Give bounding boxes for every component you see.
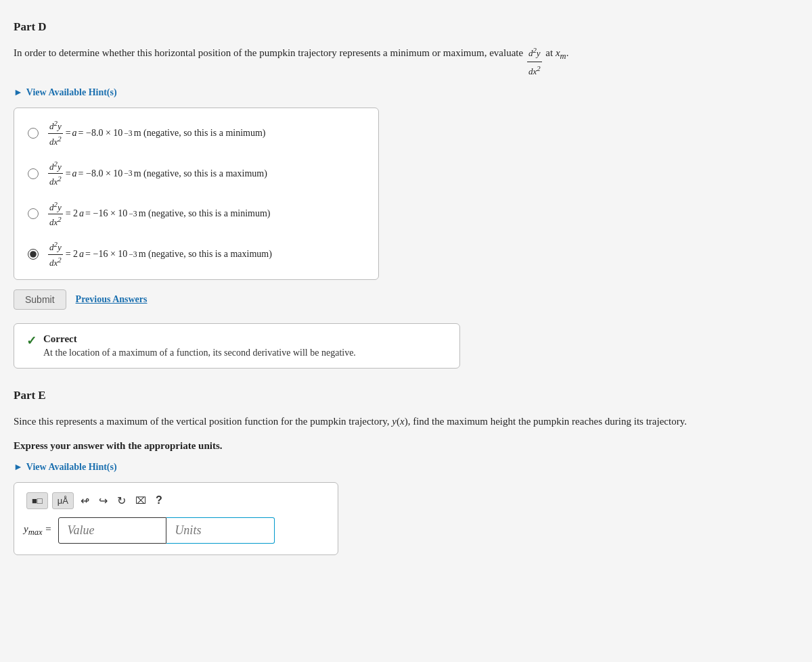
correct-description: At the location of a maximum of a functi… <box>43 348 356 358</box>
option-1-radio[interactable] <box>28 128 39 139</box>
ymax-label: ymax = <box>24 523 51 538</box>
help-button[interactable]: ? <box>153 493 165 508</box>
option-3-radio[interactable] <box>28 208 39 219</box>
keyboard-button[interactable]: ⌧ <box>133 494 149 507</box>
part-d-hint-link[interactable]: ► View Available Hint(s) <box>14 87 798 98</box>
format-button[interactable]: ■□ <box>26 492 48 509</box>
part-e-hint-link[interactable]: ► View Available Hint(s) <box>14 462 798 473</box>
option-2: d2y dx2 = a = −8.0 × 10−3 m (negative, s… <box>28 160 365 188</box>
correct-feedback-box: ✓ Correct At the location of a maximum o… <box>14 323 460 369</box>
value-input[interactable] <box>58 517 166 544</box>
option-4: d2y dx2 = 2a = −16 × 10−3m (negative, so… <box>28 240 365 268</box>
refresh-button[interactable]: ↻ <box>114 493 129 509</box>
part-d-section: Part D In order to determine whether thi… <box>14 20 798 369</box>
option-3-label[interactable]: d2y dx2 = 2a = −16 × 10−3 m (negative, s… <box>47 200 271 229</box>
hint-arrow-icon: ► <box>14 87 23 98</box>
redo-button[interactable]: ↪ <box>96 493 110 509</box>
option-4-label[interactable]: d2y dx2 = 2a = −16 × 10−3m (negative, so… <box>47 240 272 268</box>
part-e-input-area: ■□ μÅ ↫ ↪ ↻ ⌧ ? ymax = <box>14 482 338 555</box>
mu-button[interactable]: μÅ <box>52 492 74 509</box>
units-input[interactable] <box>166 517 275 544</box>
part-d-answer-box: d2y dx2 = a = −8.0 × 10−3 m (negative, s… <box>14 108 379 280</box>
correct-content: Correct At the location of a maximum of … <box>43 333 356 358</box>
part-e-section: Part E Since this represents a maximum o… <box>14 389 798 555</box>
option-1: d2y dx2 = a = −8.0 × 10−3 m (negative, s… <box>28 119 365 147</box>
part-e-intro: Since this represents a maximum of the v… <box>14 413 798 429</box>
previous-answers-link[interactable]: Previous Answers <box>76 294 148 305</box>
header-math: d2y dx2 <box>526 45 543 79</box>
correct-check-icon: ✓ <box>26 333 37 348</box>
part-e-label: Part E <box>14 389 798 402</box>
undo-button[interactable]: ↫ <box>78 493 92 509</box>
option-1-label[interactable]: d2y dx2 = a = −8.0 × 10−3 m (negative, s… <box>47 119 266 147</box>
part-d-submit-row: Submit Previous Answers <box>14 289 379 310</box>
part-d-label: Part D <box>14 20 798 34</box>
option-4-radio[interactable] <box>28 249 39 260</box>
submit-button[interactable]: Submit <box>14 289 66 310</box>
option-3: d2y dx2 = 2a = −16 × 10−3 m (negative, s… <box>28 200 365 229</box>
option-2-radio[interactable] <box>28 168 39 179</box>
toolbar: ■□ μÅ ↫ ↪ ↻ ⌧ ? <box>24 492 328 509</box>
input-row: ymax = <box>24 517 328 544</box>
part-e-bold: Express your answer with the appropriate… <box>14 438 798 454</box>
option-2-label[interactable]: d2y dx2 = a = −8.0 × 10−3 m (negative, s… <box>47 160 267 188</box>
correct-title: Correct <box>43 333 356 345</box>
hint-arrow-icon-e: ► <box>14 462 23 473</box>
part-d-intro: In order to determine whether this horiz… <box>14 45 798 79</box>
